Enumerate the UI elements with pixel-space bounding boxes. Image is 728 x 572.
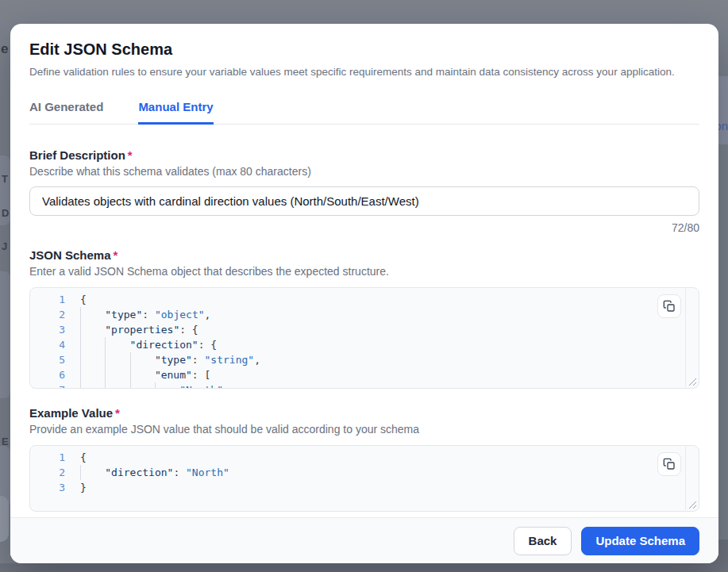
required-marker: * xyxy=(115,406,120,420)
copy-icon xyxy=(663,458,676,470)
dialog-subtitle: Define validation rules to ensure your v… xyxy=(29,64,699,80)
editor-scrollbar[interactable] xyxy=(685,447,686,510)
dialog-body: Brief Description* Describe what this sc… xyxy=(10,125,718,512)
brief-description-input[interactable] xyxy=(29,186,699,216)
background-card-fragment xyxy=(0,155,10,225)
resize-handle-icon[interactable] xyxy=(688,501,697,509)
brief-description-label: Brief Description* xyxy=(29,148,699,163)
copy-icon xyxy=(663,300,676,313)
example-value-editor[interactable]: 1{2"direction": "North"3} xyxy=(29,445,699,512)
screen: { "colors": { "accent": "#2563eb", "over… xyxy=(0,0,728,572)
background-text-fragment: e xyxy=(1,41,8,57)
back-button[interactable]: Back xyxy=(514,527,572,555)
example-value-label: Example Value* xyxy=(29,405,699,420)
edit-json-schema-dialog: Edit JSON Schema Define validation rules… xyxy=(10,24,718,563)
code-lines: 1{2"direction": "North"3} xyxy=(30,446,699,495)
label-text: JSON Schema xyxy=(29,248,111,262)
copy-button[interactable] xyxy=(657,452,681,476)
resize-handle-icon[interactable] xyxy=(688,378,697,386)
dialog-footer: Back Update Schema xyxy=(10,517,718,563)
update-schema-button[interactable]: Update Schema xyxy=(581,527,699,555)
required-marker: * xyxy=(114,248,118,262)
background-card-fragment xyxy=(0,496,9,542)
required-marker: * xyxy=(128,148,133,162)
character-counter: 72/80 xyxy=(29,221,699,235)
tab-ai-generated[interactable]: AI Generated xyxy=(29,99,103,125)
json-schema-group: JSON Schema* Enter a valid JSON Schema o… xyxy=(29,248,699,389)
label-text: Brief Description xyxy=(29,148,125,162)
background-band xyxy=(0,563,728,572)
brief-description-group: Brief Description* Describe what this sc… xyxy=(29,148,699,235)
example-value-helper: Provide an example JSON value that shoul… xyxy=(29,421,699,437)
brief-description-helper: Describe what this schema validates (max… xyxy=(29,163,699,179)
background-card-fragment xyxy=(0,271,10,398)
editor-scrollbar[interactable] xyxy=(685,289,686,387)
label-text: Example Value xyxy=(29,406,113,420)
code-lines: 1{2"type": "object",3"properties": {4"di… xyxy=(30,288,699,389)
dialog-title: Edit JSON Schema xyxy=(29,40,699,59)
json-schema-editor[interactable]: 1{2"type": "object",3"properties": {4"di… xyxy=(29,287,699,389)
tab-manual-entry[interactable]: Manual Entry xyxy=(138,99,213,125)
json-schema-label: JSON Schema* xyxy=(29,248,699,263)
background-text-fragment: J xyxy=(2,240,7,252)
dialog-header: Edit JSON Schema Define validation rules… xyxy=(10,24,718,80)
example-value-group: Example Value* Provide an example JSON v… xyxy=(29,405,699,512)
json-schema-helper: Enter a valid JSON Schema object that de… xyxy=(29,263,699,279)
tab-bar: AI Generated Manual Entry xyxy=(29,99,699,125)
copy-button[interactable] xyxy=(657,294,681,318)
